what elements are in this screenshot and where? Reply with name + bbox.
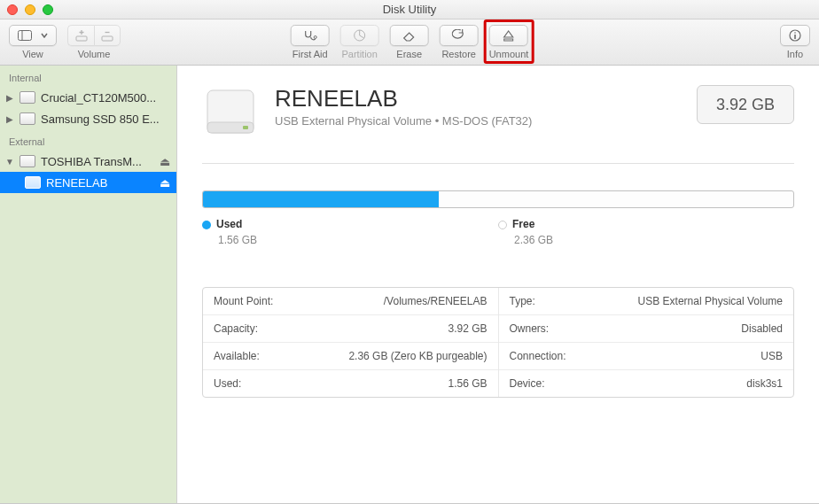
detail-value: 3.92 GB <box>448 322 487 335</box>
partition-button <box>340 25 379 46</box>
legend-used-value: 1.56 GB <box>218 234 498 246</box>
detail-key: Device: <box>510 377 545 390</box>
info-group: Info <box>780 25 810 59</box>
details-table: Mount Point:/Volumes/RENEELAB Capacity:3… <box>202 287 794 398</box>
sidebar-item-label: RENEELAB <box>46 176 153 190</box>
svg-rect-12 <box>243 126 248 129</box>
legend-free: Free 2.36 GB <box>498 217 794 246</box>
titlebar: Disk Utility <box>0 0 819 19</box>
detail-value: 2.36 GB (Zero KB purgeable) <box>348 350 487 362</box>
eject-icon <box>503 29 515 42</box>
info-button[interactable] <box>780 25 810 46</box>
usage-bar <box>202 190 794 208</box>
info-icon <box>789 29 801 42</box>
disk-icon <box>20 155 35 167</box>
window-title: Disk Utility <box>0 3 819 16</box>
content: Internal ▶ Crucial_CT120M500... ▶ Samsun… <box>0 66 819 503</box>
table-row: Device:disk3s1 <box>499 370 794 397</box>
volume-remove-button[interactable] <box>94 25 121 46</box>
dot-icon <box>498 221 507 229</box>
table-row: Connection:USB <box>499 343 794 370</box>
volume-subtitle: USB External Physical Volume • MS-DOS (F… <box>275 114 681 128</box>
sidebar-item-crucial[interactable]: ▶ Crucial_CT120M500... <box>0 87 176 108</box>
legend-free-label: Free <box>512 218 534 230</box>
disk-icon <box>20 91 35 104</box>
details-col-right: Type:USB External Physical Volume Owners… <box>499 288 794 397</box>
view-label: View <box>22 49 43 59</box>
view-button[interactable] <box>9 25 57 46</box>
volume-header: RENEELAB USB External Physical Volume • … <box>202 85 794 164</box>
sidebar-item-reneelab[interactable]: RENEELAB ⏏ <box>0 172 176 193</box>
unmount-label: Unmount <box>489 49 529 59</box>
chevron-down-icon <box>41 33 48 38</box>
table-row: Owners:Disabled <box>499 315 794 343</box>
table-row: Available:2.36 GB (Zero KB purgeable) <box>203 343 498 370</box>
svg-rect-6 <box>504 39 513 41</box>
volume-group: Volume <box>67 25 121 59</box>
detail-value: 1.56 GB <box>448 377 487 390</box>
detail-value: Disabled <box>741 322 783 335</box>
disclosure-icon[interactable]: ▼ <box>5 157 14 167</box>
volume-add-button[interactable] <box>67 25 94 46</box>
eject-icon[interactable]: ⏏ <box>159 176 171 190</box>
main-pane: RENEELAB USB External Physical Volume • … <box>177 66 819 503</box>
details-col-left: Mount Point:/Volumes/RENEELAB Capacity:3… <box>203 288 499 397</box>
first-aid-label: First Aid <box>292 49 328 59</box>
detail-key: Available: <box>214 350 260 362</box>
restore-button[interactable] <box>440 25 479 46</box>
sidebar-header-external: External <box>0 129 176 151</box>
disclosure-icon[interactable]: ▶ <box>5 93 14 103</box>
eraser-icon <box>402 29 417 42</box>
volume-icon <box>25 176 41 189</box>
stethoscope-icon <box>302 29 318 42</box>
disclosure-icon[interactable]: ▶ <box>5 114 14 124</box>
first-aid-button[interactable] <box>291 25 330 46</box>
detail-key: Capacity: <box>214 322 258 335</box>
size-badge: 3.92 GB <box>697 85 794 124</box>
unmount-button[interactable] <box>489 25 528 46</box>
detail-key: Mount Point: <box>214 295 273 307</box>
window: Disk Utility View Volum <box>0 0 819 504</box>
svg-rect-3 <box>102 36 113 41</box>
detail-value: disk3s1 <box>746 377 783 390</box>
usage-section: Used 1.56 GB Free 2.36 GB <box>202 190 794 246</box>
legend-free-value: 2.36 GB <box>514 234 794 246</box>
svg-rect-2 <box>76 36 87 41</box>
restore-label: Restore <box>441 49 476 59</box>
table-row: Used:1.56 GB <box>203 370 498 397</box>
erase-button[interactable] <box>390 25 429 46</box>
sidebar-item-samsung[interactable]: ▶ Samsung SSD 850 E... <box>0 108 176 129</box>
detail-key: Owners: <box>510 322 550 335</box>
svg-rect-9 <box>794 35 796 39</box>
volume-large-icon <box>202 85 259 142</box>
sidebar-item-label: TOSHIBA TransM... <box>41 155 153 168</box>
volume-remove-icon <box>99 29 115 42</box>
detail-key: Type: <box>510 295 535 307</box>
table-row: Type:USB External Physical Volume <box>499 288 794 315</box>
usage-legend: Used 1.56 GB Free 2.36 GB <box>202 217 794 246</box>
info-label: Info <box>787 49 803 59</box>
table-row: Mount Point:/Volumes/RENEELAB <box>203 288 498 315</box>
volume-label: Volume <box>78 49 111 59</box>
restore-icon <box>452 29 466 42</box>
usage-bar-used <box>203 191 439 207</box>
legend-used: Used 1.56 GB <box>202 217 498 246</box>
detail-value: USB <box>760 350 783 362</box>
sidebar-item-label: Samsung SSD 850 E... <box>41 112 171 126</box>
volume-title: RENEELAB <box>275 85 681 112</box>
unmount-group: Unmount <box>489 25 529 59</box>
erase-label: Erase <box>396 49 422 59</box>
sidebar-item-toshiba[interactable]: ▼ TOSHIBA TransM... ⏏ <box>0 151 176 172</box>
first-aid-group: First Aid <box>291 25 330 59</box>
detail-key: Used: <box>214 377 241 390</box>
eject-icon[interactable]: ⏏ <box>159 155 171 168</box>
erase-group: Erase <box>390 25 429 59</box>
detail-value: USB External Physical Volume <box>638 295 783 307</box>
detail-key: Connection: <box>510 350 566 362</box>
disk-icon <box>20 112 35 125</box>
toolbar: View Volume First Aid <box>0 19 819 66</box>
dot-icon <box>202 221 211 229</box>
pie-icon <box>353 28 367 43</box>
svg-point-4 <box>314 36 316 39</box>
sidebar-item-label: Crucial_CT120M500... <box>41 91 171 105</box>
